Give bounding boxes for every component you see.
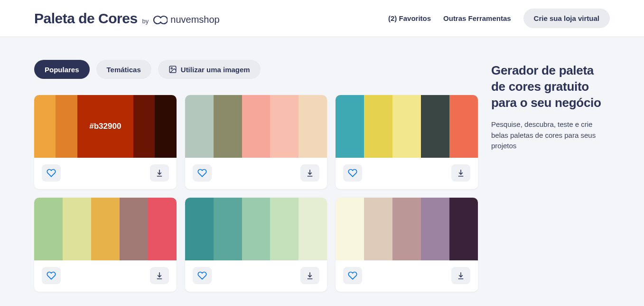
download-icon — [306, 271, 314, 280]
color-swatch[interactable] — [214, 95, 242, 158]
download-button[interactable] — [150, 164, 169, 182]
left-column: Populares Temáticas Utilizar uma imagem … — [34, 60, 478, 292]
color-swatch[interactable] — [63, 198, 91, 260]
color-swatch[interactable] — [421, 198, 449, 260]
favorite-button[interactable] — [42, 267, 61, 284]
color-swatch[interactable] — [34, 198, 63, 260]
color-swatch[interactable] — [299, 198, 327, 260]
card-footer — [34, 158, 177, 189]
download-button[interactable] — [451, 267, 470, 284]
tab-thematic[interactable]: Temáticas — [96, 60, 151, 79]
download-icon — [155, 169, 164, 177]
nav-tools[interactable]: Outras Ferramentas — [443, 14, 511, 22]
top-nav: (2) Favoritos Outras Ferramentas Crie su… — [388, 9, 610, 28]
swatch-row — [336, 198, 478, 260]
color-swatch[interactable] — [392, 95, 421, 158]
color-swatch[interactable] — [392, 198, 421, 260]
palette-card — [336, 198, 478, 292]
color-swatch[interactable]: #b32900 — [77, 95, 133, 158]
heart-icon — [47, 168, 56, 178]
brand-logo[interactable]: nuvemshop — [153, 14, 219, 25]
swatch-row — [185, 198, 327, 260]
favorite-button[interactable] — [343, 267, 362, 284]
swatch-row — [34, 198, 177, 260]
heart-icon — [47, 271, 56, 280]
main-content: Populares Temáticas Utilizar uma imagem … — [0, 37, 644, 306]
palette-card: #b32900 — [34, 95, 177, 189]
color-swatch[interactable] — [364, 198, 392, 260]
card-footer — [34, 260, 177, 292]
download-icon — [457, 169, 465, 177]
color-swatch[interactable] — [120, 198, 148, 260]
swatch-hex-label: #b32900 — [89, 122, 121, 131]
sidebar: Gerador de paleta de cores gratuito para… — [491, 60, 610, 152]
swatch-row: #b32900 — [34, 95, 177, 158]
tab-popular[interactable]: Populares — [34, 60, 90, 79]
favorite-button[interactable] — [343, 164, 362, 182]
download-icon — [155, 271, 164, 280]
card-footer — [185, 260, 327, 292]
sidebar-subtext: Pesquise, descubra, teste e crie belas p… — [491, 119, 610, 152]
download-button[interactable] — [300, 164, 319, 182]
tab-bar: Populares Temáticas Utilizar uma imagem — [34, 60, 478, 79]
color-swatch[interactable] — [185, 198, 214, 260]
color-swatch[interactable] — [155, 95, 176, 158]
palette-card — [336, 95, 478, 189]
page-title: Paleta de Cores — [34, 10, 138, 27]
download-button[interactable] — [150, 267, 169, 284]
svg-point-1 — [171, 67, 172, 69]
brand-name: nuvemshop — [170, 14, 219, 25]
color-swatch[interactable] — [91, 198, 120, 260]
palette-card — [185, 95, 327, 189]
download-icon — [306, 169, 314, 177]
color-swatch[interactable] — [34, 95, 56, 158]
color-swatch[interactable] — [270, 95, 299, 158]
sidebar-heading: Gerador de paleta de cores gratuito para… — [491, 63, 610, 111]
color-swatch[interactable] — [336, 95, 364, 158]
favorite-button[interactable] — [193, 164, 212, 182]
color-swatch[interactable] — [449, 95, 478, 158]
tab-use-image[interactable]: Utilizar uma imagem — [158, 60, 261, 79]
palette-grid: #b32900 — [34, 95, 478, 292]
download-button[interactable] — [451, 164, 470, 182]
palette-card — [34, 198, 177, 292]
heart-icon — [348, 271, 357, 280]
download-icon — [457, 271, 465, 280]
by-label: by — [142, 18, 149, 25]
cloud-icon — [153, 15, 168, 25]
heart-icon — [197, 271, 207, 280]
logo-group: Paleta de Cores by nuvemshop — [34, 10, 220, 27]
color-swatch[interactable] — [148, 198, 177, 260]
color-swatch[interactable] — [214, 198, 242, 260]
favorite-button[interactable] — [193, 267, 212, 284]
color-swatch[interactable] — [242, 95, 271, 158]
color-swatch[interactable] — [299, 95, 327, 158]
tab-use-image-label: Utilizar uma imagem — [181, 66, 250, 74]
color-swatch[interactable] — [364, 95, 392, 158]
color-swatch[interactable] — [56, 95, 77, 158]
color-swatch[interactable] — [185, 95, 214, 158]
card-footer — [336, 158, 478, 189]
nav-favorites[interactable]: (2) Favoritos — [388, 14, 431, 22]
color-swatch[interactable] — [270, 198, 299, 260]
swatch-row — [185, 95, 327, 158]
heart-icon — [197, 168, 207, 178]
image-icon — [168, 65, 177, 74]
card-footer — [336, 260, 478, 292]
color-swatch[interactable] — [449, 198, 478, 260]
download-button[interactable] — [300, 267, 319, 284]
color-swatch[interactable] — [336, 198, 364, 260]
color-swatch[interactable] — [421, 95, 449, 158]
palette-card — [185, 198, 327, 292]
card-footer — [185, 158, 327, 189]
header: Paleta de Cores by nuvemshop (2) Favorit… — [0, 0, 644, 37]
heart-icon — [348, 168, 357, 178]
color-swatch[interactable] — [133, 95, 155, 158]
favorite-button[interactable] — [42, 164, 61, 182]
cta-create-store-button[interactable]: Crie sua loja virtual — [523, 9, 610, 28]
color-swatch[interactable] — [242, 198, 271, 260]
swatch-row — [336, 95, 478, 158]
